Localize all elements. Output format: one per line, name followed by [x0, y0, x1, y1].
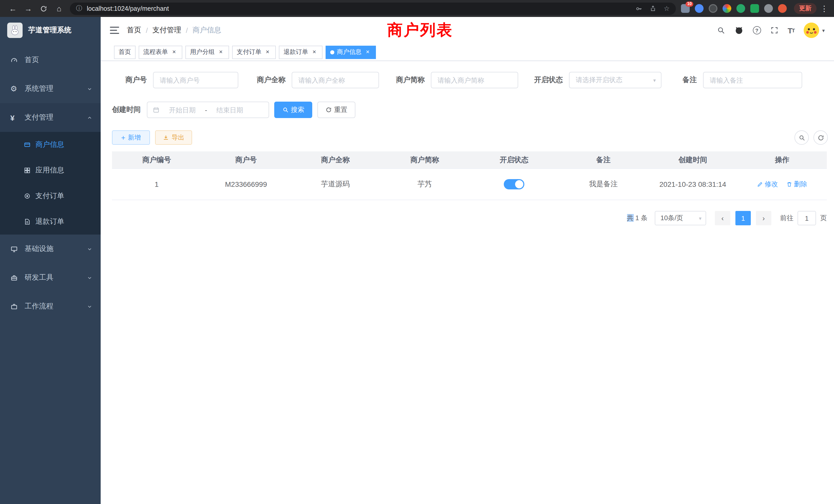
app-logo[interactable]: 芋道管理系统: [0, 17, 101, 44]
table-tools: [794, 130, 828, 145]
edit-link[interactable]: 修改: [757, 180, 778, 189]
tab-label: 支付订单: [237, 48, 261, 56]
refresh-table-icon[interactable]: [813, 130, 828, 145]
status-label: 开启状态: [522, 75, 569, 85]
breadcrumb-separator: /: [146, 26, 148, 35]
sidebar-item-merchant-info[interactable]: 商户信息: [0, 132, 101, 158]
search-icon[interactable]: [717, 26, 725, 35]
caret-down-icon: ▾: [699, 215, 702, 221]
refresh-icon[interactable]: [36, 5, 51, 12]
tab-refund-orders[interactable]: 退款订单 ×: [279, 45, 323, 59]
next-page-button[interactable]: ›: [756, 211, 771, 225]
sidebar-item-app-info[interactable]: 应用信息: [0, 158, 101, 183]
tab-close-icon[interactable]: ×: [364, 48, 371, 56]
cell-create-time: 2021-10-23 08:31:14: [648, 180, 738, 188]
prev-page-button[interactable]: ‹: [715, 211, 730, 225]
browser-menu-icon[interactable]: ⋮: [820, 4, 829, 13]
start-date-input[interactable]: [163, 106, 202, 114]
content-area: 商户号 商户全称 商户简称 开启状态 请选择开启状态 ▾: [101, 61, 834, 504]
add-button-label: 新增: [128, 133, 141, 142]
user-avatar[interactable]: [804, 23, 819, 38]
pagination-total: 共 1 条: [627, 213, 648, 223]
briefcase-icon: [10, 302, 23, 310]
extension-icon-2[interactable]: [695, 4, 704, 13]
caret-down-icon: ▾: [653, 77, 656, 83]
toolbox-icon: [10, 274, 23, 281]
site-info-icon[interactable]: ⓘ: [76, 4, 82, 13]
profile-avatar-icon[interactable]: [778, 4, 787, 13]
tab-payment-orders[interactable]: 支付订单 ×: [232, 45, 276, 59]
create-time-range-picker[interactable]: -: [147, 101, 269, 118]
browser-update-button[interactable]: 更新: [794, 3, 816, 14]
tab-label: 首页: [118, 48, 131, 56]
url-bar[interactable]: ⓘ localhost:1024/pay/merchant ☆: [70, 2, 676, 15]
table-header: 商户编号 商户号 商户全称 商户简称 开启状态 备注 创建时间 操作: [112, 152, 827, 169]
reset-button[interactable]: 重置: [317, 101, 355, 118]
tab-close-icon[interactable]: ×: [217, 48, 224, 56]
url-text: localhost:1024/pay/merchant: [87, 5, 169, 12]
merchant-full-name-label: 商户全称: [244, 75, 292, 85]
help-icon[interactable]: ?: [753, 26, 761, 35]
sidebar-item-payment[interactable]: ¥ 支付管理: [0, 103, 101, 132]
merchant-short-name-input[interactable]: [431, 72, 518, 88]
password-key-icon[interactable]: [636, 5, 643, 12]
sidebar-item-infrastructure[interactable]: 基础设施: [0, 234, 101, 263]
forward-icon[interactable]: →: [21, 4, 36, 13]
tab-close-icon[interactable]: ×: [311, 48, 318, 56]
extension-icon-5[interactable]: [737, 4, 745, 13]
sidebar-item-payment-orders[interactable]: 支付订单: [0, 183, 101, 209]
breadcrumb-item[interactable]: 支付管理: [153, 26, 181, 35]
share-icon[interactable]: [650, 5, 657, 12]
tab-home[interactable]: 首页: [114, 45, 136, 59]
home-icon[interactable]: ⌂: [51, 4, 67, 13]
back-icon[interactable]: ←: [5, 4, 21, 13]
search-button[interactable]: 搜索: [274, 101, 312, 118]
page-number-button[interactable]: 1: [736, 211, 751, 225]
extension-icon-1[interactable]: 10: [681, 4, 690, 13]
font-size-icon[interactable]: TT: [788, 26, 794, 35]
end-date-input[interactable]: [210, 106, 249, 114]
payment-submenu: 商户信息 应用信息 支付订单: [0, 132, 101, 234]
merchant-full-name-input[interactable]: [292, 72, 379, 88]
tab-close-icon[interactable]: ×: [171, 48, 178, 56]
extension-icon-4[interactable]: [723, 4, 731, 13]
bookmark-star-icon[interactable]: ☆: [664, 5, 670, 12]
extension-icon-6[interactable]: [750, 4, 759, 13]
sidebar-item-label: 系统管理: [25, 84, 87, 93]
sidebar-item-label: 支付管理: [25, 113, 87, 122]
remark-input[interactable]: [703, 72, 802, 88]
status-select[interactable]: 请选择开启状态 ▾: [569, 72, 661, 88]
sidebar-collapse-icon[interactable]: [110, 27, 119, 34]
chevron-down-icon: [87, 246, 92, 252]
sidebar-item-home[interactable]: 首页: [0, 46, 101, 74]
tab-merchant-info[interactable]: 商户信息 ×: [326, 45, 376, 59]
status-toggle[interactable]: [504, 179, 524, 189]
add-button[interactable]: + 新增: [112, 130, 150, 145]
sidebar-item-dev-tools[interactable]: 研发工具: [0, 263, 101, 292]
export-button[interactable]: 导出: [155, 130, 192, 145]
github-icon[interactable]: [734, 26, 743, 35]
sidebar-item-workflow[interactable]: 工作流程: [0, 292, 101, 321]
search-button-label: 搜索: [291, 105, 304, 114]
delete-link[interactable]: 删除: [786, 180, 807, 189]
page-size-value: 10条/页: [660, 213, 683, 223]
page-size-select[interactable]: 10条/页 ▾: [655, 211, 706, 225]
chevron-down-icon: [87, 275, 92, 280]
tab-close-icon[interactable]: ×: [264, 48, 271, 56]
breadcrumb-item[interactable]: 首页: [127, 26, 141, 35]
status-select-placeholder: 请选择开启状态: [576, 75, 622, 85]
toggle-search-icon[interactable]: [794, 130, 809, 145]
sidebar-item-refund-orders[interactable]: 退款订单: [0, 209, 101, 234]
tab-user-group[interactable]: 用户分组 ×: [185, 45, 229, 59]
extension-icon-3[interactable]: [709, 4, 718, 13]
cell-merchant-no: M233666999: [201, 180, 291, 188]
cell-full-name: 芋道源码: [291, 180, 380, 189]
goto-page-input[interactable]: [797, 211, 816, 225]
column-header: 商户编号: [112, 155, 201, 164]
sidebar-item-system[interactable]: ⚙ 系统管理: [0, 74, 101, 103]
user-menu[interactable]: ▾: [804, 23, 825, 38]
extension-icon-7[interactable]: [764, 4, 773, 13]
fullscreen-icon[interactable]: [770, 26, 778, 35]
tab-process-form[interactable]: 流程表单 ×: [139, 45, 182, 59]
merchant-no-input[interactable]: [153, 72, 238, 88]
